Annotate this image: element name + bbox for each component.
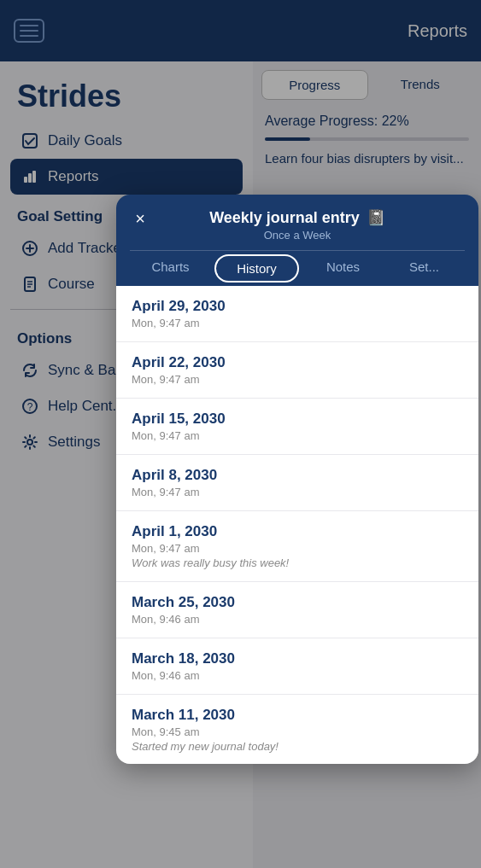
modal-tab-history[interactable]: History <box>214 254 299 283</box>
modal-subtitle: Once a Week <box>130 229 465 242</box>
modal-tabs: Charts History Notes Set... <box>130 250 465 286</box>
history-time: Mon, 9:47 am <box>132 542 463 555</box>
history-item[interactable]: March 25, 2030Mon, 9:46 am <box>116 582 478 638</box>
modal-header: × Weekly journal entry 📓 Once a Week Cha… <box>116 195 478 286</box>
history-note: Work was really busy this week! <box>132 556 463 569</box>
modal-close-button[interactable]: × <box>128 207 152 230</box>
notebook-icon: 📓 <box>367 208 385 227</box>
history-date: April 15, 2030 <box>132 411 463 428</box>
history-time: Mon, 9:46 am <box>132 613 463 626</box>
modal-tab-settings[interactable]: Set... <box>384 251 465 286</box>
history-item[interactable]: April 8, 2030Mon, 9:47 am <box>116 455 478 511</box>
modal-body: April 29, 2030Mon, 9:47 amApril 22, 2030… <box>116 286 478 764</box>
history-date: April 22, 2030 <box>132 354 463 371</box>
history-time: Mon, 9:46 am <box>132 669 463 682</box>
history-date: March 25, 2030 <box>132 594 463 611</box>
history-time: Mon, 9:47 am <box>132 373 463 386</box>
history-time: Mon, 9:47 am <box>132 486 463 498</box>
history-date: April 8, 2030 <box>132 467 463 484</box>
history-item[interactable]: April 22, 2030Mon, 9:47 am <box>116 342 478 399</box>
history-date: March 18, 2030 <box>132 650 463 667</box>
history-item[interactable]: April 1, 2030Mon, 9:47 amWork was really… <box>116 511 478 582</box>
history-item[interactable]: April 29, 2030Mon, 9:47 am <box>116 286 478 342</box>
history-date: April 29, 2030 <box>132 298 463 315</box>
modal-tab-charts[interactable]: Charts <box>130 251 211 286</box>
history-time: Mon, 9:45 am <box>132 725 463 738</box>
history-date: April 1, 2030 <box>132 523 463 540</box>
modal-title: Weekly journal entry 📓 <box>130 208 465 227</box>
history-note: Started my new journal today! <box>132 740 463 753</box>
history-item[interactable]: March 11, 2030Mon, 9:45 amStarted my new… <box>116 695 478 764</box>
modal-title-area: Weekly journal entry 📓 Once a Week <box>130 208 465 250</box>
modal-tab-notes[interactable]: Notes <box>302 251 384 286</box>
modal: × Weekly journal entry 📓 Once a Week Cha… <box>116 195 478 764</box>
history-item[interactable]: March 18, 2030Mon, 9:46 am <box>116 638 478 695</box>
history-time: Mon, 9:47 am <box>132 317 463 329</box>
history-date: March 11, 2030 <box>132 707 463 724</box>
history-item[interactable]: April 15, 2030Mon, 9:47 am <box>116 399 478 455</box>
history-time: Mon, 9:47 am <box>132 429 463 442</box>
